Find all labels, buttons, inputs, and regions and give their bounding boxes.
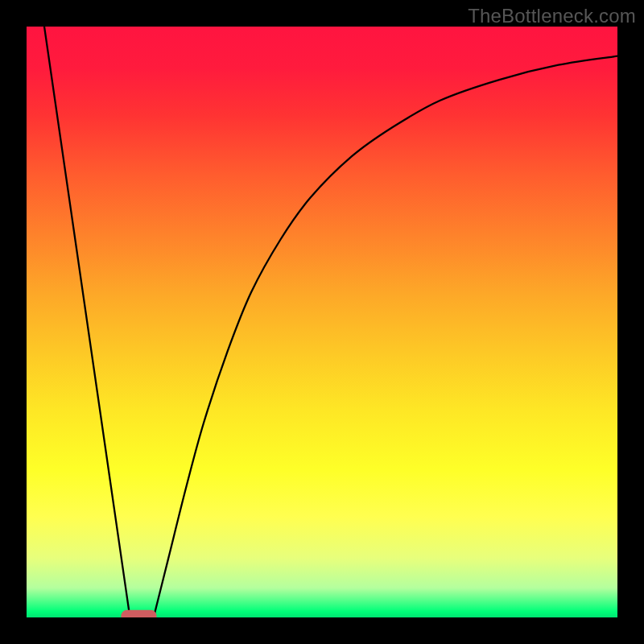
chart-plot <box>27 27 617 617</box>
watermark-text: TheBottleneck.com <box>468 5 636 27</box>
gradient-background <box>27 27 617 617</box>
chart-frame: TheBottleneck.com <box>0 0 644 644</box>
minimum-marker <box>121 610 156 617</box>
